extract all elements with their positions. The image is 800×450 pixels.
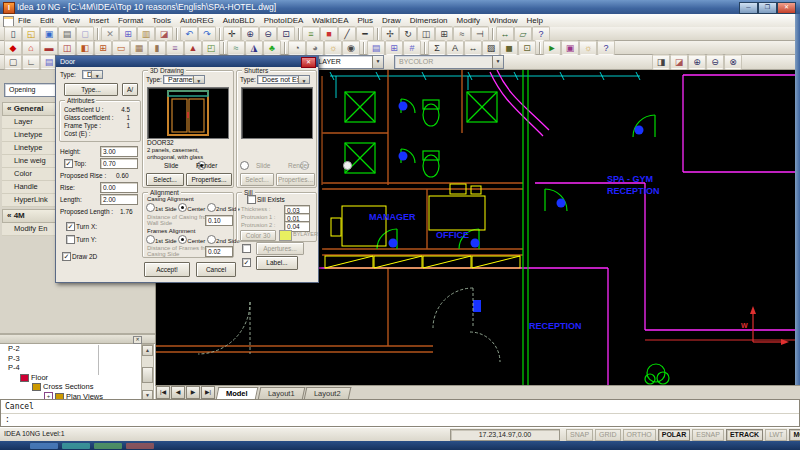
- toggle-etrack[interactable]: ETRACK: [726, 429, 763, 441]
- offset-icon[interactable]: ≈: [454, 27, 470, 41]
- text-tool-icon[interactable]: A: [447, 41, 463, 55]
- north-arrow-icon[interactable]: ◮: [246, 41, 262, 55]
- erase-2-icon[interactable]: ◪: [671, 55, 687, 69]
- ucs-tool-icon[interactable]: ∟: [23, 55, 39, 69]
- wall-icon[interactable]: ▬: [41, 41, 57, 55]
- sun-study-icon[interactable]: ☼: [580, 41, 596, 55]
- sill-color-button[interactable]: Color 30: [240, 230, 276, 241]
- render-icon[interactable]: ◕: [307, 41, 323, 55]
- rise-field[interactable]: 0.00: [100, 182, 138, 193]
- shutters-properties-button[interactable]: Properties...: [276, 173, 315, 186]
- minimize-button[interactable]: ─: [739, 2, 758, 14]
- linetype-control-icon[interactable]: ╱: [339, 27, 355, 41]
- close-button[interactable]: ✕: [777, 2, 796, 14]
- toggle-lwt[interactable]: LWT: [765, 429, 787, 441]
- color-control-icon[interactable]: ■: [321, 27, 337, 41]
- toggle-esnap[interactable]: ESNAP: [692, 429, 724, 441]
- frames-center-radio[interactable]: [178, 235, 187, 244]
- snap-tool-icon[interactable]: #: [404, 41, 420, 55]
- mirror-icon[interactable]: ◫: [418, 27, 434, 41]
- xref-tool-icon[interactable]: ⊡: [519, 41, 535, 55]
- menu-item-draw[interactable]: Draw: [382, 16, 401, 25]
- slab-icon[interactable]: ▦: [131, 41, 147, 55]
- copy-icon[interactable]: ⊞: [120, 27, 136, 41]
- apertures-checkbox[interactable]: [242, 244, 251, 253]
- topography-icon[interactable]: ≈: [228, 41, 244, 55]
- view-3d-icon[interactable]: ◔: [289, 41, 305, 55]
- help-icon[interactable]: ?: [533, 27, 549, 41]
- length-field[interactable]: 2.00: [100, 194, 138, 205]
- top-field[interactable]: 0.70: [100, 158, 138, 169]
- shutters-type-combo[interactable]: Does not Exist ▼: [257, 75, 310, 84]
- menu-item-autoreg[interactable]: AutoREG: [180, 16, 214, 25]
- redo-icon[interactable]: ↷: [199, 27, 215, 41]
- tab-prev-icon[interactable]: ◀: [171, 386, 185, 399]
- toggle-model[interactable]: MODEL: [789, 429, 800, 441]
- photoidea-icon[interactable]: ▣: [562, 41, 578, 55]
- label-checkbox[interactable]: ✓: [242, 258, 251, 267]
- menu-item-window[interactable]: Window: [489, 16, 517, 25]
- frames-2nd-radio[interactable]: [207, 235, 216, 244]
- block-tool-icon[interactable]: ◼: [501, 41, 517, 55]
- dimension-tool-icon[interactable]: ↔: [465, 41, 481, 55]
- menu-item-walkidea[interactable]: WalkIDEA: [312, 16, 348, 25]
- save-file-icon[interactable]: ▣: [41, 27, 57, 41]
- undo-icon[interactable]: ↶: [181, 27, 197, 41]
- command-prompt[interactable]: :: [1, 414, 799, 426]
- menu-item-file[interactable]: File: [18, 16, 31, 25]
- cut-icon[interactable]: ✕: [102, 27, 118, 41]
- tree-item-floor[interactable]: Floor: [2, 373, 142, 383]
- toggle-snap[interactable]: SNAP: [566, 429, 593, 441]
- new-file-icon[interactable]: ▯: [5, 27, 21, 41]
- frames-1st-radio[interactable]: [146, 235, 155, 244]
- rotate-icon[interactable]: ↻: [400, 27, 416, 41]
- idea-app-icon[interactable]: ◆: [5, 41, 21, 55]
- menu-item-format[interactable]: Format: [118, 16, 143, 25]
- menu-item-dimension[interactable]: Dimension: [410, 16, 448, 25]
- accept-button[interactable]: Accept!: [144, 262, 190, 277]
- menu-item-edit[interactable]: Edit: [40, 16, 54, 25]
- menu-item-plus[interactable]: Plus: [358, 16, 374, 25]
- shutters-render-radio[interactable]: [343, 161, 352, 170]
- layer-manager-icon[interactable]: ▤: [368, 41, 384, 55]
- erase-icon[interactable]: ◪: [156, 27, 172, 41]
- light-icon[interactable]: ☼: [325, 41, 341, 55]
- stairs-icon[interactable]: ≡: [167, 41, 183, 55]
- door-tool-icon[interactable]: ◧: [77, 41, 93, 55]
- top-checkbox[interactable]: ✓: [64, 159, 73, 168]
- walkidea-play-icon[interactable]: ►: [544, 41, 560, 55]
- roof-icon[interactable]: ▲: [185, 41, 201, 55]
- tab-last-icon[interactable]: ▶|: [201, 386, 215, 399]
- tree-scrollbar[interactable]: ▲ ▼: [141, 344, 154, 402]
- tree-item-cross-sections[interactable]: Cross Sections: [2, 382, 142, 392]
- menu-item-photoidea[interactable]: PhotoIDEA: [264, 16, 304, 25]
- cancel-button[interactable]: Cancel: [196, 262, 236, 277]
- layers-icon[interactable]: ≡: [303, 27, 319, 41]
- 3d-type-combo[interactable]: Parametric ▼: [163, 75, 205, 84]
- sill-exists-checkbox[interactable]: [247, 195, 256, 204]
- move-icon[interactable]: ✢: [382, 27, 398, 41]
- frames-distance-field[interactable]: 0.02: [205, 246, 233, 257]
- turn-y-checkbox[interactable]: [66, 235, 75, 244]
- trim-icon[interactable]: ⊣: [472, 27, 488, 41]
- room-icon[interactable]: ◰: [203, 41, 219, 55]
- open-file-icon[interactable]: ◱: [23, 27, 39, 41]
- door-type-combo[interactable]: Door ▼: [82, 70, 103, 79]
- draw-2d-checkbox[interactable]: ✓: [62, 252, 71, 261]
- turn-x-checkbox[interactable]: ✓: [66, 222, 75, 231]
- select-button[interactable]: Select...: [146, 173, 184, 186]
- zoom-previous-icon[interactable]: ⊖: [707, 55, 723, 69]
- type-button[interactable]: Type...: [64, 83, 118, 96]
- toggle-polar[interactable]: POLAR: [658, 429, 691, 441]
- column-icon[interactable]: ▮: [149, 41, 165, 55]
- height-field[interactable]: 3.00: [100, 146, 138, 157]
- menu-item-view[interactable]: View: [63, 16, 80, 25]
- opening-icon[interactable]: ◫: [59, 41, 75, 55]
- maximize-button[interactable]: ❐: [758, 2, 777, 14]
- select-tool-icon[interactable]: ▢: [5, 55, 21, 69]
- calc-icon[interactable]: Σ: [429, 41, 445, 55]
- command-window[interactable]: Cancel :: [0, 399, 800, 427]
- building-icon[interactable]: ⌂: [23, 41, 39, 55]
- tree-header[interactable]: ✕: [0, 335, 155, 344]
- grid-tool-icon[interactable]: ⊞: [386, 41, 402, 55]
